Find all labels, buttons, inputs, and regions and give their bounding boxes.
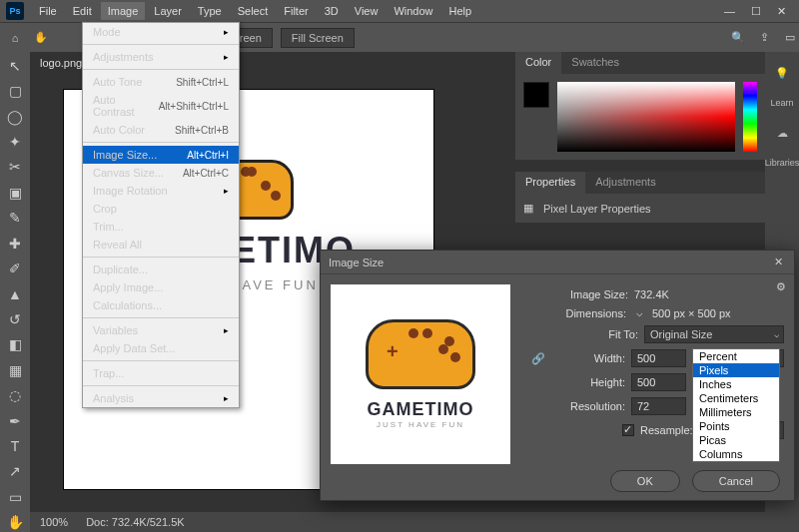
height-input[interactable]	[631, 373, 686, 391]
menu-layer[interactable]: Layer	[147, 2, 189, 20]
menu-item-auto-tone[interactable]: Auto ToneShift+Ctrl+L	[83, 73, 239, 91]
properties-label: Pixel Layer Properties	[543, 203, 651, 215]
unit-option-millimeters[interactable]: Millimeters	[693, 405, 779, 419]
unit-option-inches[interactable]: Inches	[693, 377, 779, 391]
gear-icon[interactable]: ⚙	[776, 280, 786, 293]
share-icon[interactable]: ⇪	[755, 29, 773, 47]
unit-option-pixels[interactable]: Pixels	[693, 363, 779, 377]
dimensions-value: 500 px × 500 px	[652, 307, 784, 319]
crop-tool-icon[interactable]: ✂	[4, 158, 26, 177]
window-maximize-icon[interactable]: ☐	[744, 2, 768, 21]
cancel-button[interactable]: Cancel	[692, 470, 780, 492]
fit-to-select[interactable]: Original Size⌵	[644, 325, 784, 343]
learn-panel-icon[interactable]: 💡	[771, 62, 793, 84]
menu-item-canvas-size[interactable]: Canvas Size...Alt+Ctrl+C	[83, 164, 239, 182]
menu-item-mode[interactable]: Mode	[83, 23, 239, 41]
eraser-tool-icon[interactable]: ◧	[4, 335, 26, 354]
frame-tool-icon[interactable]: ▣	[4, 183, 26, 202]
menu-select[interactable]: Select	[231, 2, 276, 20]
tab-swatches[interactable]: Swatches	[561, 52, 629, 74]
lasso-tool-icon[interactable]: ◯	[4, 107, 26, 126]
dialog-preview: + GAMETIMO JUST HAVE FUN	[331, 284, 510, 464]
menu-item-duplicate[interactable]: Duplicate...	[83, 261, 239, 278]
dialog-title: Image Size	[329, 257, 384, 268]
resolution-input[interactable]	[631, 397, 686, 415]
hand-tool-icon[interactable]: ✋	[4, 513, 26, 532]
image-size-value: 732.4K	[634, 288, 784, 300]
ok-button[interactable]: OK	[610, 470, 680, 492]
resolution-label: Resolution:	[547, 400, 625, 412]
learn-label: Learn	[770, 98, 793, 108]
gradient-tool-icon[interactable]: ▦	[4, 360, 26, 379]
menu-view[interactable]: View	[348, 2, 386, 20]
path-tool-icon[interactable]: ↗	[4, 462, 26, 481]
menu-item-adjustments[interactable]: Adjustments	[83, 48, 239, 66]
eyedropper-tool-icon[interactable]: ✎	[4, 209, 26, 228]
unit-option-picas[interactable]: Picas	[693, 433, 779, 447]
zoom-level[interactable]: 100%	[40, 516, 68, 528]
move-tool-icon[interactable]: ↖	[4, 56, 26, 75]
menu-item-calculations[interactable]: Calculations...	[83, 296, 239, 314]
menu-window[interactable]: Window	[387, 2, 439, 20]
dimensions-label: Dimensions:	[548, 307, 626, 319]
menu-item-apply-image[interactable]: Apply Image...	[83, 278, 239, 296]
menu-item-image-size[interactable]: Image Size...Alt+Ctrl+I	[83, 146, 239, 164]
menu-edit[interactable]: Edit	[66, 2, 99, 20]
search-icon[interactable]: 🔍	[729, 29, 747, 47]
unit-option-columns[interactable]: Columns	[693, 447, 779, 461]
unit-option-points[interactable]: Points	[693, 419, 779, 433]
color-panel: Color Swatches	[515, 52, 765, 160]
menu-item-auto-color[interactable]: Auto ColorShift+Ctrl+B	[83, 121, 239, 139]
menu-filter[interactable]: Filter	[277, 2, 315, 20]
blur-tool-icon[interactable]: ◌	[4, 385, 26, 404]
heal-tool-icon[interactable]: ✚	[4, 234, 26, 253]
stamp-tool-icon[interactable]: ▲	[4, 284, 26, 303]
pixel-layer-icon: ▦	[523, 202, 533, 215]
home-icon[interactable]: ⌂	[6, 29, 24, 47]
tab-color[interactable]: Color	[515, 52, 561, 74]
history-brush-icon[interactable]: ↺	[4, 309, 26, 328]
menu-help[interactable]: Help	[442, 2, 479, 20]
menu-type[interactable]: Type	[191, 2, 229, 20]
brush-tool-icon[interactable]: ✐	[4, 259, 26, 277]
window-minimize-icon[interactable]: —	[717, 2, 742, 20]
foreground-swatch[interactable]	[523, 82, 549, 108]
tab-adjustments[interactable]: Adjustments	[585, 172, 666, 194]
preview-logo-title: GAMETIMO	[368, 399, 474, 420]
menu-item-trim[interactable]: Trim...	[83, 218, 239, 236]
menu-item-analysis[interactable]: Analysis	[83, 389, 239, 407]
menu-3d[interactable]: 3D	[318, 2, 346, 20]
color-field[interactable]	[557, 82, 735, 152]
menu-item-reveal-all[interactable]: Reveal All	[83, 236, 239, 254]
menu-item-variables[interactable]: Variables	[83, 321, 239, 339]
workspace-icon[interactable]: ▭	[781, 29, 799, 47]
menu-item-crop[interactable]: Crop	[83, 200, 239, 218]
pen-tool-icon[interactable]: ✒	[4, 411, 26, 430]
fill-screen-button[interactable]: Fill Screen	[281, 28, 355, 48]
marquee-tool-icon[interactable]: ▢	[4, 81, 26, 100]
libraries-label: Libraries	[765, 158, 799, 168]
menu-item-image-rotation[interactable]: Image Rotation	[83, 182, 239, 200]
wand-tool-icon[interactable]: ✦	[4, 132, 26, 151]
shape-tool-icon[interactable]: ▭	[4, 487, 26, 506]
hue-slider[interactable]	[743, 82, 757, 152]
type-tool-icon[interactable]: T	[4, 436, 26, 455]
tab-properties[interactable]: Properties	[515, 172, 585, 194]
width-input[interactable]	[631, 349, 686, 367]
dialog-close-icon[interactable]: ✕	[770, 255, 786, 270]
fit-to-label: Fit To:	[560, 328, 638, 340]
chevron-down-icon[interactable]: ⌵	[632, 306, 646, 319]
menu-file[interactable]: File	[32, 2, 64, 20]
hand-tool-icon[interactable]: ✋	[32, 29, 50, 47]
unit-option-centimeters[interactable]: Centimeters	[693, 391, 779, 405]
unit-option-percent[interactable]: Percent	[693, 349, 779, 363]
unit-dropdown: Percent Pixels Inches Centimeters Millim…	[692, 348, 780, 462]
menu-image[interactable]: Image	[101, 2, 146, 20]
link-icon[interactable]: 🔗	[531, 352, 541, 365]
libraries-panel-icon[interactable]: ☁	[771, 122, 793, 144]
menu-bar: Ps File Edit Image Layer Type Select Fil…	[0, 0, 799, 22]
menu-item-trap: Trap...	[83, 364, 239, 382]
menu-item-auto-contrast[interactable]: Auto ContrastAlt+Shift+Ctrl+L	[83, 91, 239, 121]
resample-checkbox[interactable]	[622, 424, 634, 436]
window-close-icon[interactable]: ✕	[770, 2, 793, 21]
